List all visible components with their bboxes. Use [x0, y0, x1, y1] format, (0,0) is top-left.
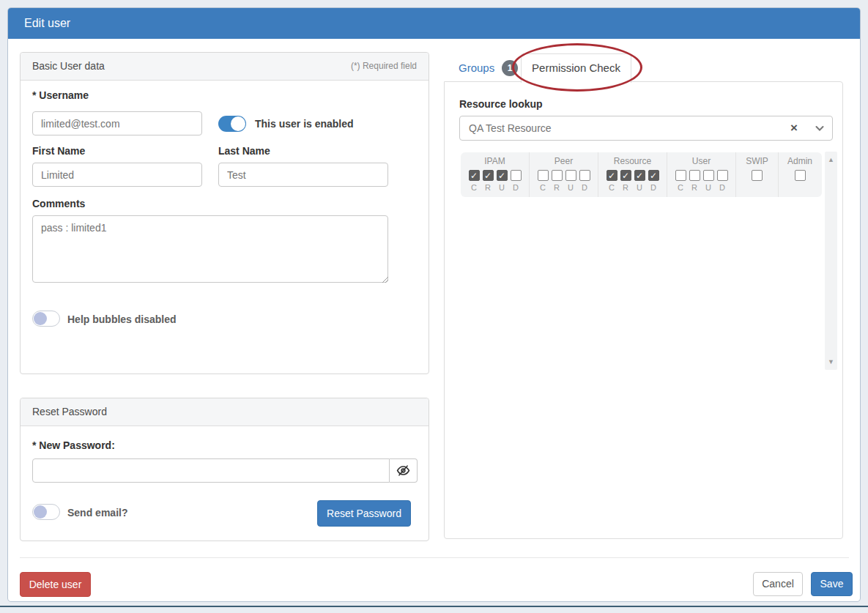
- checked-checkbox[interactable]: ✓: [634, 170, 645, 181]
- unchecked-checkbox[interactable]: [717, 170, 728, 181]
- permission-table: IPAM✓✓✓CRUDPeerCRUDResource✓✓✓✓CRUDUserC…: [461, 152, 822, 197]
- resource-lookup-select[interactable]: QA Test Resource ×: [459, 116, 833, 141]
- reset-card-header: Reset Password: [21, 398, 429, 426]
- perm-col-ipam: IPAM✓✓✓CRUD: [461, 152, 530, 197]
- reset-password-card: Reset Password * New Password: Send emai…: [20, 398, 429, 541]
- new-password-input[interactable]: [32, 458, 390, 483]
- last-name-input[interactable]: [218, 163, 388, 187]
- comments-textarea[interactable]: pass : limited1: [32, 215, 388, 283]
- send-email-label: Send email?: [67, 507, 127, 519]
- username-input[interactable]: [32, 111, 202, 135]
- basic-user-data-card: Basic User data (*) Required field * Use…: [20, 52, 429, 374]
- crud-letters: CRUD: [530, 183, 598, 192]
- perm-col-name: Peer: [530, 156, 598, 166]
- help-bubbles-toggle[interactable]: [32, 311, 60, 327]
- checked-checkbox[interactable]: ✓: [497, 170, 508, 181]
- crud-letters: CRUD: [461, 183, 529, 192]
- new-password-label: * New Password:: [32, 439, 115, 451]
- clear-selection-icon[interactable]: ×: [790, 121, 798, 135]
- perm-col-swip: SWIP: [736, 152, 779, 197]
- checked-checkbox[interactable]: ✓: [607, 170, 617, 181]
- groups-tab-label: Groups: [459, 62, 494, 74]
- edit-user-screen: Edit user Basic User data (*) Required f…: [0, 0, 868, 613]
- user-enabled-toggle[interactable]: [218, 116, 246, 132]
- scroll-down-icon[interactable]: ▼: [825, 358, 837, 365]
- resource-lookup-value: QA Test Resource: [469, 122, 790, 134]
- crud-letters: CRUD: [598, 183, 667, 192]
- basic-card-title: Basic User data: [32, 53, 105, 80]
- footer-divider: [20, 557, 849, 558]
- unchecked-checkbox[interactable]: [689, 170, 700, 181]
- new-password-group: [32, 458, 418, 483]
- unchecked-checkbox[interactable]: [675, 170, 686, 181]
- perm-col-resource: Resource✓✓✓✓CRUD: [598, 152, 667, 197]
- unchecked-checkbox[interactable]: [538, 170, 549, 181]
- help-bubbles-label: Help bubbles disabled: [67, 313, 177, 325]
- tab-permission-check[interactable]: Permission Check: [521, 53, 631, 83]
- first-name-input[interactable]: [32, 163, 202, 187]
- perm-col-name: Resource: [598, 156, 667, 166]
- comments-label: Comments: [32, 198, 85, 209]
- username-label: * Username: [32, 89, 89, 101]
- perm-col-admin: Admin: [779, 152, 821, 197]
- unchecked-checkbox[interactable]: [579, 170, 590, 181]
- perm-col-name: User: [667, 156, 735, 166]
- checked-checkbox[interactable]: ✓: [648, 170, 659, 181]
- checked-checkbox[interactable]: ✓: [483, 170, 494, 181]
- reset-card-title: Reset Password: [32, 398, 107, 426]
- perm-col-peer: PeerCRUD: [530, 152, 598, 197]
- resource-lookup-label: Resource lookup: [459, 98, 543, 110]
- edit-user-dialog: Edit user Basic User data (*) Required f…: [7, 7, 861, 602]
- unchecked-checkbox[interactable]: [795, 170, 806, 181]
- vertical-scrollbar[interactable]: ▲ ▼: [825, 152, 837, 370]
- unchecked-checkbox[interactable]: [703, 170, 714, 181]
- unchecked-checkbox[interactable]: [552, 170, 563, 181]
- unchecked-checkbox[interactable]: [752, 170, 763, 181]
- reset-password-button[interactable]: Reset Password: [317, 500, 411, 527]
- last-name-label: Last Name: [218, 145, 270, 157]
- toggle-knob: [34, 505, 47, 519]
- first-name-label: First Name: [32, 145, 85, 157]
- perm-col-name: SWIP: [736, 156, 778, 166]
- permission-check-panel: Resource lookup QA Test Resource × IPAM✓…: [444, 81, 843, 539]
- eye-slash-icon: [396, 464, 410, 478]
- crud-letters: CRUD: [667, 183, 735, 192]
- toggle-password-visibility-button[interactable]: [390, 458, 418, 483]
- tabs-row: Groups 1: [444, 53, 518, 82]
- user-enabled-label: This user is enabled: [255, 118, 354, 130]
- unchecked-checkbox[interactable]: [565, 170, 576, 181]
- perm-col-name: Admin: [779, 156, 821, 166]
- send-email-toggle[interactable]: [32, 504, 60, 520]
- dialog-title: Edit user: [8, 8, 860, 39]
- checked-checkbox[interactable]: ✓: [469, 170, 480, 181]
- chevron-down-icon[interactable]: [814, 122, 826, 134]
- unchecked-checkbox[interactable]: [511, 170, 522, 181]
- toggle-knob: [34, 312, 47, 325]
- checked-checkbox[interactable]: ✓: [620, 170, 631, 181]
- perm-col-user: UserCRUD: [667, 152, 736, 197]
- required-field-note: (*) Required field: [351, 53, 417, 80]
- perm-col-name: IPAM: [461, 156, 529, 166]
- groups-count-badge: 1: [502, 60, 518, 76]
- delete-user-button[interactable]: Delete user: [20, 572, 91, 597]
- save-button[interactable]: Save: [811, 572, 853, 596]
- bottom-edge-line: [0, 606, 868, 607]
- basic-card-header: Basic User data (*) Required field: [21, 53, 429, 81]
- scroll-up-icon[interactable]: ▲: [825, 156, 837, 163]
- tab-groups[interactable]: Groups 1: [459, 60, 518, 76]
- cancel-button[interactable]: Cancel: [753, 572, 803, 596]
- toggle-knob: [231, 116, 245, 131]
